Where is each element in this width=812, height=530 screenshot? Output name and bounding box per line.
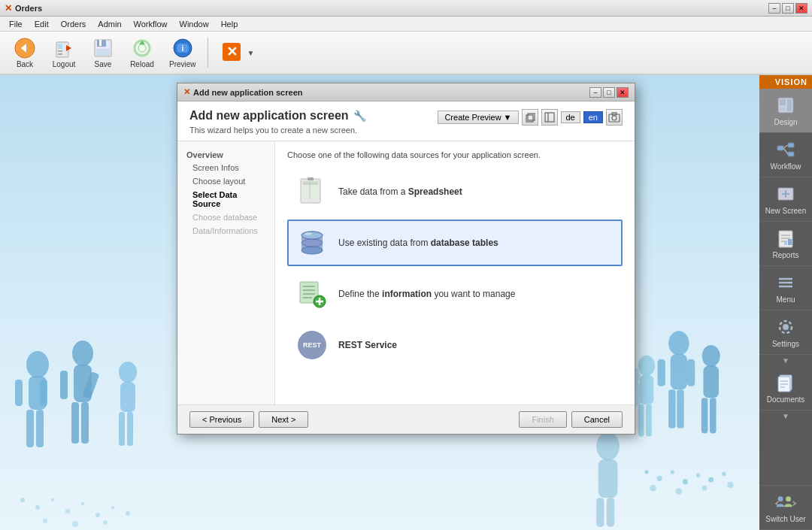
reload-button[interactable]: Reload: [123, 34, 161, 72]
dialog-window-controls: – □ ✕: [589, 87, 629, 98]
svg-rect-8: [99, 40, 102, 46]
next-button[interactable]: Next >: [259, 411, 308, 428]
svg-rect-86: [303, 197, 318, 199]
svg-rect-89: [308, 177, 314, 180]
spreadsheet-icon: [296, 176, 328, 207]
nav-choose-database: Choose database: [177, 210, 274, 224]
svg-rect-3: [58, 44, 62, 49]
logout-icon: [53, 38, 74, 59]
dialog-header: Add new application screen 🔧 This wizard…: [177, 101, 635, 141]
save-label: Save: [95, 60, 112, 68]
svg-rect-83: [303, 186, 318, 188]
svg-point-11: [138, 44, 146, 52]
menu-file[interactable]: File: [3, 18, 29, 30]
logout-label: Logout: [53, 60, 76, 68]
svg-rect-74: [526, 115, 533, 122]
extra-button[interactable]: ✕: [213, 38, 250, 68]
svg-text:✕: ✕: [226, 44, 237, 59]
logout-button[interactable]: Logout: [45, 34, 83, 72]
svg-rect-84: [303, 189, 318, 192]
database-option[interactable]: Use existing data from database tables: [287, 220, 623, 266]
back-icon: [14, 38, 35, 59]
dialog-titlebar: ✕ Add new application screen – □ ✕: [177, 83, 635, 101]
dialog-titlebar-icon: ✕: [183, 87, 190, 97]
dropdown-arrow[interactable]: ▼: [247, 49, 255, 57]
dialog-restore-button[interactable]: □: [603, 87, 615, 98]
nav-select-data-source[interactable]: Select Data Source: [177, 188, 274, 210]
screenshot-button[interactable]: [606, 109, 623, 126]
nav-choose-layout[interactable]: Choose layout: [177, 174, 274, 188]
close-button[interactable]: ✕: [795, 3, 807, 14]
rest-option[interactable]: REST REST Service: [287, 322, 623, 368]
footer-action-buttons: Finish Cancel: [519, 411, 623, 428]
lang-de-button[interactable]: de: [561, 111, 580, 123]
menu-window[interactable]: Window: [174, 18, 215, 30]
menu-workflow[interactable]: Workflow: [128, 18, 174, 30]
save-button[interactable]: Save: [84, 34, 122, 72]
create-preview-button[interactable]: Create Preview ▼: [438, 111, 518, 124]
svg-text:i: i: [181, 44, 183, 53]
copy-button[interactable]: [522, 109, 538, 126]
dialog-overlay: ✕ Add new application screen – □ ✕ Add n…: [0, 75, 812, 530]
content-instruction: Choose one of the following data sources…: [287, 150, 623, 159]
dialog-content: Choose one of the following data sources…: [275, 141, 635, 404]
window-controls: – □ ✕: [768, 3, 807, 14]
custom-option-text: Define the information you want to manag…: [338, 289, 515, 299]
svg-point-80: [612, 116, 617, 120]
reload-icon: [132, 38, 153, 59]
spreadsheet-option-text: Take data from a Spreadsheet: [338, 186, 462, 197]
previous-button[interactable]: < Previous: [189, 411, 254, 428]
nav-screen-infos[interactable]: Screen Infos: [177, 161, 274, 174]
save-icon: [92, 38, 114, 59]
window-icon: ✕: [5, 3, 12, 14]
footer-nav-buttons: < Previous Next >: [189, 411, 308, 428]
menu-orders[interactable]: Orders: [55, 18, 92, 30]
dialog-close-button[interactable]: ✕: [617, 87, 629, 98]
rest-option-text: REST Service: [338, 340, 397, 350]
lang-en-button[interactable]: en: [583, 111, 603, 123]
finish-button[interactable]: Finish: [519, 411, 566, 428]
preview-label: Preview: [169, 60, 196, 68]
menu-edit[interactable]: Edit: [29, 18, 55, 30]
menu-help[interactable]: Help: [215, 18, 244, 30]
dialog-titlebar-text: Add new application screen: [193, 88, 589, 97]
svg-rect-75: [528, 114, 535, 120]
svg-rect-85: [303, 193, 318, 195]
cancel-button[interactable]: Cancel: [571, 411, 623, 428]
header-actions: Create Preview ▼ de en: [438, 109, 623, 126]
nav-section-overview: Overview: [177, 147, 274, 161]
nav-data-informations: Data/Informations: [177, 224, 274, 238]
dialog-subtitle: This wizard helps you to create a new sc…: [189, 126, 366, 135]
wrench-icon: 🔧: [353, 110, 366, 122]
window-title: Orders: [15, 4, 768, 13]
database-option-text: Use existing data from database tables: [338, 238, 498, 248]
svg-point-95: [304, 232, 312, 235]
back-button[interactable]: Back: [6, 34, 44, 72]
back-label: Back: [17, 60, 33, 68]
svg-point-93: [301, 239, 323, 247]
dialog-footer: < Previous Next > Finish Cancel: [177, 404, 635, 434]
spreadsheet-option[interactable]: Take data from a Spreadsheet: [287, 168, 623, 215]
main-area: ✕ Add new application screen – □ ✕ Add n…: [0, 75, 812, 530]
preview-icon: i: [172, 38, 193, 59]
rest-icon: REST: [296, 329, 328, 361]
svg-point-94: [301, 232, 323, 239]
extra-icon: ✕: [221, 41, 242, 62]
preview-button[interactable]: i Preview: [162, 34, 203, 72]
dropdown-arrow-icon: ▼: [504, 113, 512, 122]
toolbar-separator: [208, 38, 208, 68]
toolbar: Back Logout Save: [0, 32, 812, 75]
minimize-button[interactable]: –: [768, 3, 780, 14]
menu-admin[interactable]: Admin: [92, 18, 127, 30]
svg-rect-82: [303, 181, 318, 184]
custom-option[interactable]: Define the information you want to manag…: [287, 271, 623, 317]
svg-rect-5: [58, 53, 62, 55]
custom-icon: [296, 278, 328, 310]
wizard-nav: Overview Screen Infos Choose layout Sele…: [177, 141, 275, 404]
svg-rect-9: [96, 49, 110, 56]
dialog-minimize-button[interactable]: –: [589, 87, 601, 98]
maximize-button[interactable]: □: [782, 3, 794, 14]
view-button[interactable]: [541, 109, 558, 126]
menu-bar: File Edit Orders Admin Workflow Window H…: [0, 17, 812, 32]
svg-rect-76: [545, 113, 554, 122]
